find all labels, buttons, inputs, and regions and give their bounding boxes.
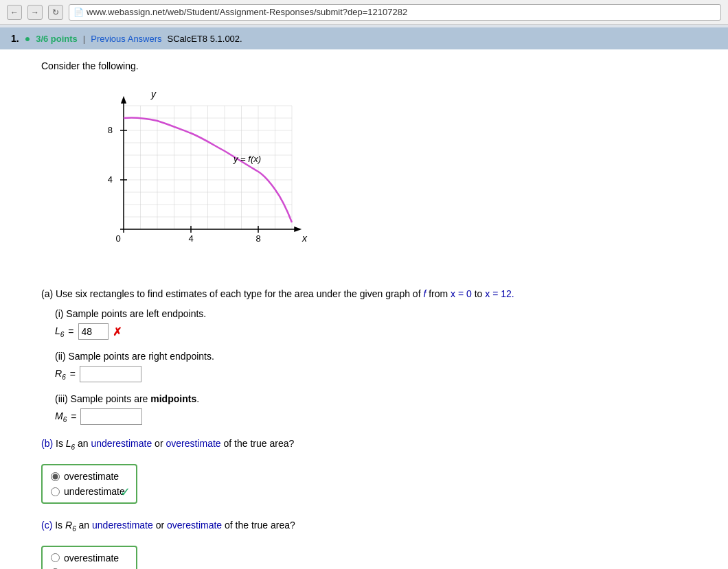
x-axis-label: x (302, 233, 308, 244)
equals-i: = (68, 326, 73, 337)
wrong-mark: ✗ (113, 325, 122, 338)
part-b-radio-overestimate-row: overestimate (51, 471, 128, 482)
axes (120, 97, 300, 233)
course-code: SCalcET8 5.1.002. (168, 34, 242, 44)
question-header: 1. ● 3/6 points | Previous Answers SCalc… (0, 27, 728, 49)
subpart-i-label: (i) Sample points are left endpoints. (55, 308, 701, 319)
part-c: (c) Is R6 an underestimate or overestima… (41, 518, 701, 569)
part-c-overestimate-label[interactable]: overestimate (64, 553, 119, 564)
part-c-radio-group: overestimate underestimate ✓ (41, 546, 137, 569)
y-axis-label: y (150, 89, 157, 100)
subpart-iii-equation: M6 = (55, 408, 701, 425)
part-a-x0: x = 0 (451, 288, 472, 299)
M6-label: M6 (55, 410, 67, 423)
origin-label: 0 (115, 233, 120, 244)
function-graph: y x (82, 85, 316, 270)
svg-marker-25 (295, 227, 300, 231)
part-c-radio-overestimate[interactable] (51, 553, 60, 562)
part-b-label: (b) Is L6 an underestimate or overestima… (41, 436, 701, 453)
question-number: 1. (11, 33, 19, 44)
function-label: y = f(x) (233, 154, 261, 164)
separator: | (83, 34, 85, 44)
part-a-label: (a) Use six rectangles to find estimates… (41, 286, 701, 301)
prev-answers-link[interactable]: Previous Answers (91, 34, 161, 44)
part-b: (b) Is L6 an underestimate or overestima… (41, 436, 701, 504)
equals-iii: = (71, 411, 76, 422)
L6-label: L6 (55, 325, 64, 338)
subpart-i: (i) Sample points are left endpoints. L6… (55, 308, 701, 340)
part-a-x12: x = 12. (485, 288, 514, 299)
M6-input[interactable] (80, 408, 142, 425)
subpart-ii-equation: R6 = (55, 366, 701, 382)
part-c-checkmark: ✓ (120, 566, 130, 569)
subpart-i-equation: L6 = ✗ (55, 323, 701, 340)
y-tick-8: 8 (108, 125, 113, 135)
refresh-button[interactable]: ↻ (48, 5, 63, 20)
L6-input[interactable] (78, 323, 109, 340)
R6-input[interactable] (80, 366, 141, 382)
part-c-label: (c) Is R6 an underestimate or overestima… (41, 518, 701, 535)
subpart-iii-label: (iii) Sample points are midpoints. (55, 393, 701, 404)
question-body: Consider the following. y x (0, 49, 728, 569)
part-b-radio-underestimate-row: underestimate (51, 486, 128, 497)
green-dot: ● (25, 33, 30, 44)
part-a-f: f (423, 288, 426, 299)
consider-text: Consider the following. (41, 60, 701, 71)
page-icon: 📄 (73, 8, 84, 17)
part-b-radio-group: overestimate underestimate ✓ (41, 464, 137, 504)
y-tick-4: 4 (108, 174, 113, 185)
part-b-radio-underestimate[interactable] (51, 487, 60, 496)
back-button[interactable]: ← (7, 5, 22, 20)
forward-button[interactable]: → (27, 5, 43, 20)
points-label: 3/6 points (36, 34, 78, 44)
part-b-underestimate-label[interactable]: underestimate (64, 486, 125, 497)
part-b-checkmark: ✓ (120, 485, 130, 500)
part-c-radio-overestimate-row: overestimate (51, 553, 128, 564)
R6-label: R6 (55, 368, 66, 381)
grid (124, 106, 292, 229)
page-content: 1. ● 3/6 points | Previous Answers SCalc… (0, 27, 728, 569)
subpart-ii-label: (ii) Sample points are right endpoints. (55, 351, 701, 362)
svg-marker-24 (122, 97, 126, 103)
equals-ii: = (70, 369, 76, 380)
url-display: www.webassign.net/web/Student/Assignment… (87, 7, 407, 17)
graph-container: y x (82, 85, 316, 270)
part-b-radio-overestimate[interactable] (51, 472, 60, 481)
x-tick-8: 8 (255, 233, 260, 244)
x-tick-4: 4 (188, 233, 193, 244)
browser-bar: ← → ↻ 📄 www.webassign.net/web/Student/As… (0, 0, 728, 25)
subpart-iii: (iii) Sample points are midpoints. M6 = (55, 393, 701, 425)
part-b-overestimate-label[interactable]: overestimate (64, 471, 119, 482)
subpart-ii: (ii) Sample points are right endpoints. … (55, 351, 701, 382)
